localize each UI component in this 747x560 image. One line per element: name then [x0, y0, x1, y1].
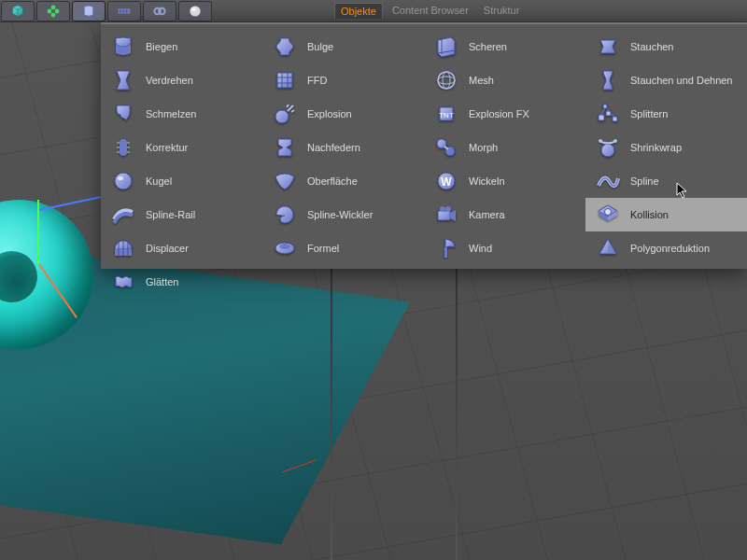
menu-item-spline[interactable]: Spline	[585, 164, 747, 198]
tab-struktur[interactable]: Struktur	[478, 3, 526, 18]
svg-rect-5	[119, 8, 131, 13]
pattern-tool-button[interactable]	[107, 1, 141, 21]
svg-point-42	[599, 139, 602, 143]
chain-tool-button[interactable]	[143, 1, 176, 21]
stauchen-icon	[595, 34, 621, 60]
verdrehen-icon	[110, 67, 136, 93]
displacer-icon	[110, 235, 136, 261]
menu-item-label: Splittern	[630, 108, 668, 119]
menu-item-label: Stauchen	[630, 41, 673, 52]
menu-item-oberflaeche[interactable]: Oberfläche	[262, 164, 424, 198]
svg-point-26	[443, 72, 450, 89]
menu-item-kamera[interactable]: Kamera	[424, 198, 585, 231]
menu-item-verdrehen[interactable]: Verdrehen	[101, 63, 262, 97]
svg-point-44	[605, 209, 612, 216]
panel-divider[interactable]	[331, 269, 332, 560]
menu-item-explosion-fx[interactable]: TNTExplosion FX	[424, 97, 585, 131]
menu-item-spline-wickler[interactable]: Spline-Wickler	[262, 198, 424, 231]
menu-col-3: ScherenMeshTNTExplosion FXMorphWWickelnK…	[424, 30, 585, 299]
oberflaeche-icon	[272, 168, 298, 194]
menu-item-label: Mesh	[469, 75, 494, 86]
menu-item-stauchen[interactable]: Stauchen	[585, 30, 747, 63]
menu-item-polygonreduktion[interactable]: Polygonreduktion	[585, 231, 747, 265]
svg-point-7	[159, 7, 164, 13]
menu-item-label: Bulge	[307, 41, 333, 52]
menu-item-spline-rail[interactable]: Spline-Rail	[101, 198, 262, 231]
menu-item-biegen[interactable]: Biegen	[101, 30, 262, 63]
menu-item-morph[interactable]: Morph	[424, 131, 585, 164]
spline-icon	[595, 168, 621, 194]
menu-item-displacer[interactable]: Displacer	[101, 231, 262, 265]
menu-item-formel[interactable]: Formel	[262, 231, 424, 265]
menu-item-kugel[interactable]: Kugel	[101, 164, 262, 198]
menu-item-label: FFD	[307, 75, 327, 86]
menu-item-scheren[interactable]: Scheren	[424, 30, 585, 63]
explosion-fx-icon: TNT	[433, 101, 459, 127]
menu-item-label: Kugel	[146, 175, 172, 187]
menu-item-label: Biegen	[146, 41, 177, 52]
cube-tool-button[interactable]	[1, 1, 35, 21]
spline-wickler-icon	[272, 202, 298, 228]
menu-item-korrektur[interactable]: Korrektur	[101, 131, 262, 164]
morph-icon	[433, 134, 459, 161]
svg-rect-37	[599, 115, 604, 120]
menu-item-stauchen-und-dehnen[interactable]: Stauchen und Dehnen	[585, 63, 747, 97]
menu-item-label: Displacer	[146, 243, 189, 254]
schmelzen-icon	[110, 101, 136, 127]
wickeln-icon: W	[433, 168, 459, 194]
deformer-tool-button[interactable]	[72, 1, 106, 21]
svg-point-2	[55, 8, 60, 13]
menu-item-label: Spline-Rail	[146, 209, 195, 220]
svg-rect-39	[613, 117, 617, 121]
svg-point-41	[601, 144, 614, 157]
menu-item-explosion[interactable]: Explosion	[262, 97, 424, 131]
stauchen-und-dehnen-icon	[595, 67, 621, 93]
svg-rect-20	[277, 73, 292, 88]
polygonreduktion-icon	[595, 235, 621, 261]
menu-col-4: StauchenStauchen und DehnenSplitternShri…	[585, 30, 747, 299]
svg-rect-33	[438, 211, 450, 220]
flower-tool-button[interactable]	[36, 1, 70, 21]
svg-point-3	[51, 12, 56, 17]
svg-point-8	[190, 6, 200, 16]
menu-item-label: Spline	[630, 175, 659, 187]
menu-item-label: Schmelzen	[146, 108, 196, 119]
scheren-icon	[433, 34, 459, 60]
tab-content-browser[interactable]: Content Browser	[387, 3, 474, 18]
menu-item-bulge[interactable]: Bulge	[262, 30, 424, 63]
wind-icon	[433, 235, 459, 261]
mesh-icon	[433, 67, 459, 93]
svg-point-1	[48, 8, 52, 13]
svg-point-17	[115, 173, 132, 189]
menu-item-wickeln[interactable]: WWickeln	[424, 164, 585, 198]
svg-point-24	[438, 72, 455, 89]
menu-item-splittern[interactable]: Splittern	[585, 97, 747, 131]
menu-item-label: Nachfedern	[307, 142, 360, 153]
menu-item-shrinkwrap[interactable]: Shrinkwrap	[585, 131, 747, 164]
menu-item-nachfedern[interactable]: Nachfedern	[262, 131, 424, 164]
svg-point-43	[613, 139, 617, 143]
menu-item-label: Wind	[469, 243, 492, 254]
menu-item-ffd[interactable]: FFD	[262, 63, 424, 97]
menu-item-mesh[interactable]: Mesh	[424, 63, 585, 97]
ffd-icon	[272, 67, 298, 93]
svg-point-23	[279, 244, 290, 249]
nachfedern-icon	[272, 134, 298, 161]
menu-item-label: Kamera	[469, 209, 505, 220]
menu-item-schmelzen[interactable]: Schmelzen	[101, 97, 262, 131]
menu-item-wind[interactable]: Wind	[424, 231, 585, 265]
panel-divider[interactable]	[456, 269, 458, 560]
sphere-tool-button[interactable]	[178, 1, 212, 21]
menu-item-kollision[interactable]: Kollision	[585, 198, 747, 231]
menu-item-label: Explosion	[307, 108, 352, 119]
menu-item-glaetten[interactable]: Glätten	[101, 265, 262, 299]
menu-col-1: BiegenVerdrehenSchmelzenKorrekturKugelSp…	[101, 30, 262, 299]
menu-item-label: Spline-Wickler	[307, 209, 373, 220]
tab-objekte[interactable]: Objekte	[334, 3, 383, 19]
korrektur-icon	[110, 134, 136, 161]
shrinkwrap-icon	[595, 134, 621, 161]
menu-item-label: Glätten	[146, 276, 178, 287]
menu-item-label: Shrinkwrap	[630, 142, 682, 153]
svg-point-21	[275, 110, 289, 123]
axis-z-icon[interactable]	[39, 195, 104, 211]
